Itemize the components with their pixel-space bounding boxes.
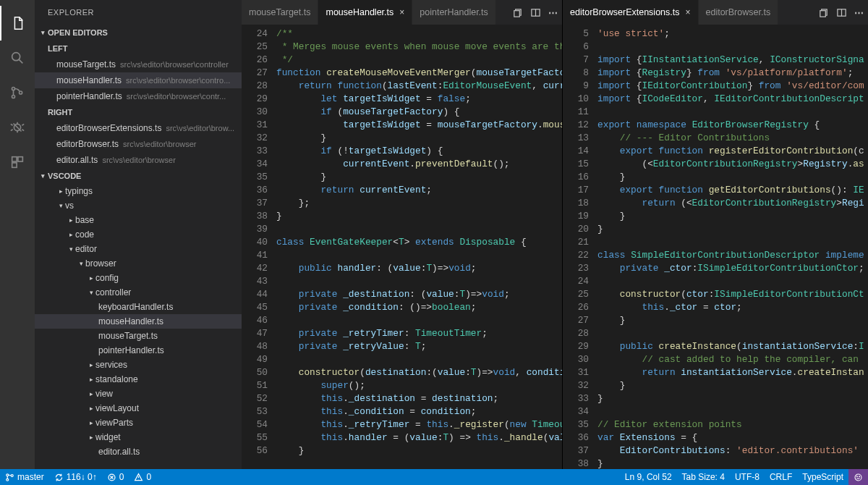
open-editor-item[interactable]: editor.all.tssrc\vs\editor\browser [35, 152, 242, 168]
line-gutter: 2425262728293031323334353637383940414243… [242, 25, 276, 469]
tree-file[interactable]: pointerHandler.ts [35, 343, 242, 358]
tree-folder[interactable]: ▸code [35, 227, 242, 242]
svg-rect-10 [820, 10, 826, 16]
tab-editorBrowser[interactable]: editorBrowser.ts [699, 0, 779, 25]
extensions-icon [9, 154, 25, 170]
warning-icon [134, 473, 143, 482]
tab-pointerHandler[interactable]: pointerHandler.ts [412, 0, 496, 25]
editor-group-left: mouseTarget.ts mouseHandler.ts× pointerH… [242, 0, 563, 469]
copy-icon[interactable] [818, 7, 829, 18]
status-eol[interactable]: CRLF [765, 469, 797, 485]
status-tabsize[interactable]: Tab Size: 4 [677, 469, 730, 485]
more-icon[interactable]: ⋯ [548, 7, 558, 18]
search-activity[interactable] [0, 41, 35, 75]
code-content[interactable]: 'use strict';import {IInstantiationServi… [597, 25, 868, 469]
tree-folder[interactable]: ▾controller [35, 285, 242, 300]
tree-folder[interactable]: ▾editor [35, 242, 242, 256]
tab-mouseHandler[interactable]: mouseHandler.ts× [318, 0, 412, 25]
tree-folder[interactable]: ▸standalone [35, 372, 242, 387]
tree-folder[interactable]: ▸base [35, 213, 242, 227]
editor-group-right: editorBrowserExtensions.ts× editorBrowse… [563, 0, 868, 469]
extensions-activity[interactable] [0, 145, 35, 180]
explorer-sidebar: EXPLORER ▾OPEN EDITORS LEFT mouseTarget.… [35, 0, 242, 469]
tab-bar-right: editorBrowserExtensions.ts× editorBrowse… [563, 0, 868, 25]
tab-actions-right: ⋯ [818, 0, 868, 25]
svg-point-3 [20, 91, 22, 94]
status-encoding[interactable]: UTF-8 [730, 469, 765, 485]
svg-point-1 [12, 87, 14, 90]
status-sync[interactable]: 116↓ 0↑ [49, 469, 102, 485]
tree-folder[interactable]: ▸services [35, 358, 242, 372]
sidebar-title: EXPLORER [35, 0, 242, 25]
open-editor-item[interactable]: mouseHandler.tssrc\vs\editor\browser\con… [35, 72, 242, 88]
git-icon [9, 85, 25, 101]
svg-point-0 [12, 53, 20, 61]
tree-folder[interactable]: ▸widget [35, 430, 242, 444]
svg-rect-7 [12, 163, 17, 167]
git-activity[interactable] [0, 75, 35, 110]
tree-folder[interactable]: ▸typings [35, 184, 242, 198]
files-icon [10, 15, 26, 31]
split-icon[interactable] [530, 7, 541, 18]
tree-file[interactable]: keyboardHandler.ts [35, 300, 242, 314]
svg-rect-8 [514, 10, 520, 16]
code-area-right[interactable]: 5678910111213141516171819202122232425262… [563, 25, 868, 469]
tree-file[interactable]: mouseHandler.ts [35, 314, 242, 329]
tab-actions-left: ⋯ [512, 0, 562, 25]
more-icon[interactable]: ⋯ [854, 7, 864, 18]
svg-point-12 [7, 473, 9, 476]
code-area-left[interactable]: 2425262728293031323334353637383940414243… [242, 25, 562, 469]
file-tree: ▸typings ▾vs ▸base ▸code ▾editor ▾browse… [35, 184, 242, 469]
open-editor-item[interactable]: editorBrowserExtensions.tssrc\vs\editor\… [35, 120, 242, 136]
status-feedback[interactable] [848, 469, 868, 485]
editors-area: mouseTarget.ts mouseHandler.ts× pointerH… [242, 0, 868, 469]
vscode-workspace-header[interactable]: ▾VSCODE [35, 168, 242, 184]
tree-folder[interactable]: ▸viewParts [35, 416, 242, 430]
split-icon[interactable] [836, 7, 847, 18]
code-content[interactable]: /** * Merges mouse events when mouse mov… [276, 25, 562, 469]
open-editor-item[interactable]: editorBrowser.tssrc\vs\editor\browser [35, 136, 242, 152]
open-editor-item[interactable]: mouseTarget.tssrc\vs\editor\browser\cont… [35, 56, 242, 72]
line-gutter: 5678910111213141516171819202122232425262… [563, 25, 597, 469]
svg-point-14 [11, 474, 13, 476]
status-lncol[interactable]: Ln 9, Col 52 [620, 469, 677, 485]
close-icon[interactable]: × [399, 7, 404, 17]
svg-point-13 [7, 478, 9, 481]
open-editors-group-left[interactable]: LEFT [35, 41, 242, 56]
tab-mouseTarget[interactable]: mouseTarget.ts [242, 0, 318, 25]
copy-icon[interactable] [512, 7, 523, 18]
tree-folder[interactable]: ▾browser [35, 256, 242, 271]
smile-icon [854, 473, 863, 482]
tab-editorBrowserExtensions[interactable]: editorBrowserExtensions.ts× [563, 0, 698, 25]
open-editors-group-right[interactable]: RIGHT [35, 104, 242, 120]
tree-file[interactable]: mouseTarget.ts [35, 329, 242, 343]
tree-file[interactable]: editor.all.ts [35, 444, 242, 459]
explorer-activity[interactable] [0, 6, 35, 41]
open-editors-header[interactable]: ▾OPEN EDITORS [35, 25, 242, 41]
tree-folder[interactable]: ▸view [35, 387, 242, 401]
status-warnings[interactable]: 0 [129, 469, 156, 485]
tree-folder[interactable]: ▸config [35, 271, 242, 285]
error-icon [107, 473, 116, 482]
tree-folder[interactable]: ▸viewLayout [35, 401, 242, 416]
workbench: EXPLORER ▾OPEN EDITORS LEFT mouseTarget.… [0, 0, 868, 469]
close-icon[interactable]: × [686, 7, 691, 17]
open-editor-item[interactable]: pointerHandler.tssrc\vs\editor\browser\c… [35, 88, 242, 104]
bug-icon [9, 119, 25, 135]
status-errors[interactable]: 0 [102, 469, 129, 485]
status-bar: master 116↓ 0↑ 0 0 Ln 9, Col 52 Tab Size… [0, 469, 868, 485]
tab-bar-left: mouseTarget.ts mouseHandler.ts× pointerH… [242, 0, 562, 25]
tree-folder[interactable]: ▾vs [35, 198, 242, 213]
svg-point-17 [856, 476, 857, 476]
debug-activity[interactable] [0, 110, 35, 145]
svg-rect-5 [12, 157, 17, 161]
sync-icon [54, 473, 64, 482]
svg-point-2 [12, 95, 14, 98]
svg-point-16 [855, 474, 861, 481]
status-language[interactable]: TypeScript [797, 469, 848, 485]
status-branch[interactable]: master [0, 469, 49, 485]
search-icon [9, 50, 25, 66]
svg-rect-6 [18, 157, 22, 161]
svg-point-18 [859, 476, 860, 476]
activity-bar [0, 0, 35, 469]
